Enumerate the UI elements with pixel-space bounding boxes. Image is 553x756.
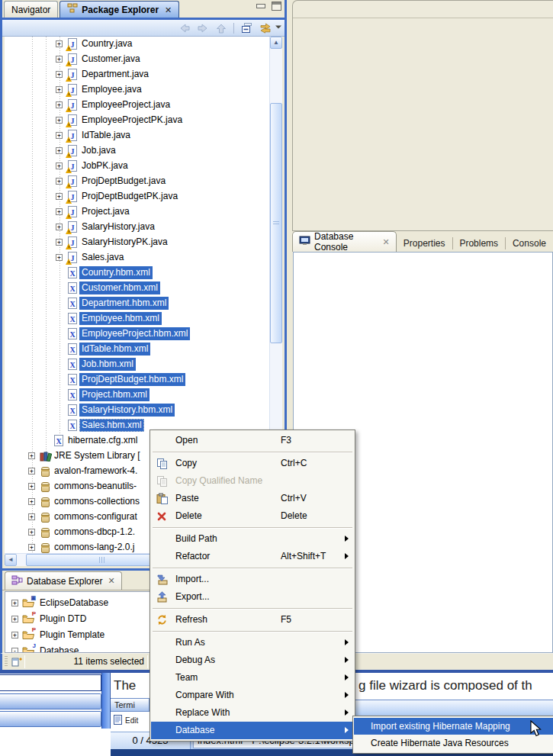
expand-plus-icon[interactable]: + xyxy=(56,224,63,230)
tab-database-explorer[interactable]: Database Explorer ✕ xyxy=(5,571,122,590)
forward-icon[interactable] xyxy=(195,22,210,34)
scrollbar-thumb[interactable] xyxy=(270,103,282,343)
expand-plus-icon[interactable]: + xyxy=(28,513,35,520)
expand-plus-icon[interactable]: + xyxy=(28,483,35,490)
menu-item-delete[interactable]: DeleteDelete xyxy=(151,507,354,525)
tree-item-salaryhistorypk-java[interactable]: +JSalaryHistoryPK.java xyxy=(5,235,269,250)
tab-navigator[interactable]: Navigator xyxy=(4,1,58,18)
tree-item-salaryhistory-java[interactable]: +JSalaryHistory.java xyxy=(5,220,269,235)
view-menu-icon[interactable] xyxy=(275,21,282,32)
edit-row[interactable]: Edit xyxy=(114,715,138,726)
up-icon[interactable] xyxy=(214,22,228,34)
scroll-left-icon[interactable]: ◄ xyxy=(5,554,17,566)
expand-plus-icon[interactable]: + xyxy=(56,101,63,108)
background-splitter[interactable] xyxy=(101,673,111,729)
tree-item-projdeptbudget-java[interactable]: +JProjDeptBudget.java xyxy=(5,174,269,189)
expand-plus-icon[interactable]: + xyxy=(56,86,63,93)
statusbar-grip[interactable] xyxy=(5,656,8,668)
collapse-minus-icon[interactable]: - xyxy=(11,648,18,653)
expand-plus-icon[interactable]: + xyxy=(56,132,63,139)
tab-package-explorer[interactable]: Package Explorer ✕ xyxy=(59,1,179,18)
tree-item-customer-hbm-xml[interactable]: XCustomer.hbm.xml xyxy=(5,281,269,296)
menu-item-refresh[interactable]: RefreshF5 xyxy=(151,611,354,629)
menu-item-debug-as[interactable]: Debug As xyxy=(151,651,354,669)
tab-problems[interactable]: Problems xyxy=(452,235,505,252)
fast-view-icon[interactable] xyxy=(11,656,23,670)
close-icon[interactable]: ✕ xyxy=(165,2,172,18)
menu-item-import[interactable]: Import... xyxy=(151,571,354,588)
expand-plus-icon[interactable]: + xyxy=(56,208,63,215)
menu-item-copy[interactable]: CopyCtrl+C xyxy=(151,455,354,472)
tree-item-projdeptbudgetpk-java[interactable]: +JProjDeptBudgetPK.java xyxy=(5,189,269,204)
submenu-arrow-icon xyxy=(345,639,349,645)
expand-plus-icon[interactable]: + xyxy=(56,239,63,246)
tree-item-job-java[interactable]: +JJob.java xyxy=(5,143,269,159)
tree-item-sales-java[interactable]: +JSales.java xyxy=(5,250,269,265)
expand-plus-icon[interactable]: + xyxy=(28,544,35,551)
expand-plus-icon[interactable]: + xyxy=(28,498,35,505)
expand-plus-icon[interactable]: + xyxy=(56,56,63,63)
tree-item-employee-java[interactable]: +JEmployee.java xyxy=(5,82,269,98)
tree-item-employee-hbm-xml[interactable]: XEmployee.hbm.xml xyxy=(5,311,269,327)
submenu-item-create-hibernate-java-resources[interactable]: Create Hibernate Java Resources xyxy=(354,735,553,751)
tree-item-project-hbm-xml[interactable]: XProject.hbm.xml xyxy=(5,388,269,403)
tree-item-project-java[interactable]: +JProject.java xyxy=(5,204,269,220)
expand-plus-icon[interactable]: + xyxy=(11,632,18,639)
tree-item-department-hbm-xml[interactable]: XDepartment.hbm.xml xyxy=(5,296,269,311)
tree-item-idtable-hbm-xml[interactable]: XIdTable.hbm.xml xyxy=(5,342,269,357)
collapse-all-icon[interactable] xyxy=(240,22,254,34)
tree-item-projdeptbudget-hbm-xml[interactable]: XProjDeptBudget.hbm.xml xyxy=(5,372,269,388)
tree-item-job-hbm-xml[interactable]: XJob.hbm.xml xyxy=(5,357,269,372)
expand-plus-icon[interactable]: + xyxy=(28,452,35,459)
tab-database-console[interactable]: Database Console✕ xyxy=(292,231,397,252)
background-collapsed-bar[interactable] xyxy=(0,711,101,727)
expand-plus-icon[interactable]: + xyxy=(11,600,18,606)
expand-plus-icon[interactable]: + xyxy=(56,117,63,124)
expand-plus-icon[interactable]: + xyxy=(56,178,63,185)
tree-item-employeeproject-java[interactable]: +JEmployeeProject.java xyxy=(5,98,269,113)
tree-item-idtable-java[interactable]: +JIdTable.java xyxy=(5,128,269,143)
menu-item-run-as[interactable]: Run As xyxy=(151,634,354,651)
expand-plus-icon[interactable]: + xyxy=(28,529,35,536)
menu-item-export[interactable]: Export... xyxy=(151,588,354,606)
tree-item-employeeproject-hbm-xml[interactable]: XEmployeeProject.hbm.xml xyxy=(5,327,269,342)
section-header[interactable]: Termi xyxy=(111,698,150,712)
expand-plus-icon[interactable]: + xyxy=(56,162,63,169)
maximize-icon[interactable] xyxy=(272,2,281,11)
expand-plus-icon[interactable]: + xyxy=(56,254,63,261)
xml-file-icon: X xyxy=(67,343,79,355)
tree-item-country-java[interactable]: +JCountry.java xyxy=(5,37,269,52)
tab-console[interactable]: Console xyxy=(506,235,553,252)
tree-item-employeeprojectpk-java[interactable]: +JEmployeeProjectPK.java xyxy=(5,113,269,128)
menu-item-paste[interactable]: PasteCtrl+V xyxy=(151,490,354,507)
tree-item-salaryhistory-hbm-xml[interactable]: XSalaryHistory.hbm.xml xyxy=(5,403,269,418)
menu-item-refactor[interactable]: RefactorAlt+Shift+T xyxy=(151,548,354,565)
expand-plus-icon[interactable]: + xyxy=(11,616,18,622)
menu-item-database[interactable]: Database xyxy=(151,722,354,739)
db-item-label: Plugin Template xyxy=(37,629,107,642)
expand-plus-icon[interactable]: + xyxy=(28,468,35,475)
tree-item-department-java[interactable]: +JDepartment.java xyxy=(5,67,269,82)
menu-item-build-path[interactable]: Build Path xyxy=(151,530,354,548)
expand-plus-icon[interactable]: + xyxy=(56,193,63,200)
scroll-up-icon[interactable]: ▲ xyxy=(270,37,282,49)
minimize-icon[interactable] xyxy=(256,2,265,10)
submenu-item-import-existing-hibernate-mapping[interactable]: Import existing Hibernate Mapping xyxy=(354,718,553,735)
menu-item-compare-with[interactable]: Compare With xyxy=(151,687,354,704)
menu-item-open[interactable]: OpenF3 xyxy=(151,432,354,449)
tree-item-country-hbm-xml[interactable]: XCountry.hbm.xml xyxy=(5,265,269,281)
menu-item-copy-qualified-name[interactable]: Copy Qualified Name xyxy=(151,472,354,490)
close-icon[interactable]: ✕ xyxy=(108,576,114,586)
tree-item-jobpk-java[interactable]: +JJobPK.java xyxy=(5,159,269,174)
menu-item-team[interactable]: Team xyxy=(151,669,354,687)
tree-item-customer-java[interactable]: +JCustomer.java xyxy=(5,52,269,67)
expand-plus-icon[interactable]: + xyxy=(56,40,63,47)
expand-plus-icon[interactable]: + xyxy=(56,71,63,78)
close-icon[interactable]: ✕ xyxy=(383,237,390,247)
expand-plus-icon[interactable]: + xyxy=(56,147,63,154)
background-collapsed-bar[interactable] xyxy=(0,693,101,709)
link-with-editor-icon[interactable] xyxy=(258,22,272,34)
back-icon[interactable] xyxy=(177,22,191,34)
menu-item-replace-with[interactable]: Replace With xyxy=(151,704,354,722)
tab-properties[interactable]: Properties xyxy=(397,235,452,252)
